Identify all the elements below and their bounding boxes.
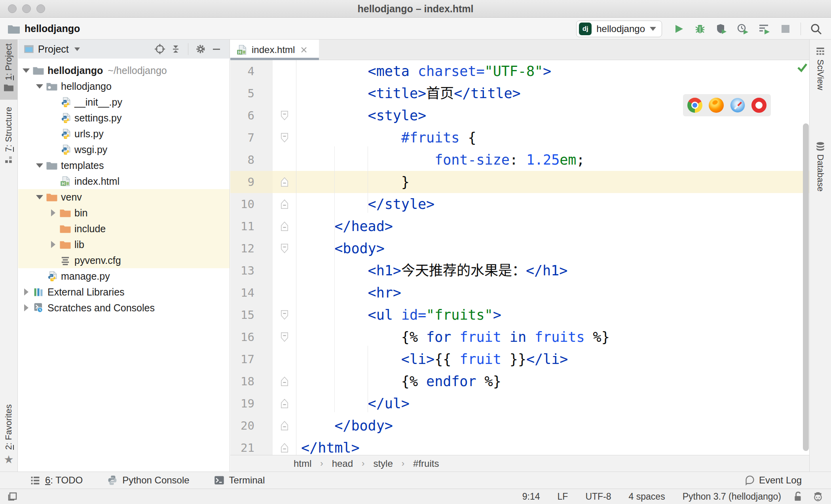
fold-end-icon[interactable]	[281, 221, 288, 231]
breadcrumb-item[interactable]: html	[294, 458, 311, 469]
tree-row[interactable]: pyvenv.cfg	[18, 252, 230, 268]
editor-scrollbar[interactable]	[803, 123, 809, 451]
profiler-button[interactable]	[736, 23, 749, 35]
python-console-tool-button[interactable]: Python Console	[107, 475, 189, 486]
firefox-icon[interactable]	[709, 98, 724, 113]
tree-row[interactable]: templates	[18, 157, 230, 173]
code-line[interactable]: 11 </head>	[230, 215, 809, 237]
sidebar-item-sciview[interactable]: SciView	[810, 43, 831, 114]
fold-end-icon[interactable]	[281, 199, 288, 209]
tree-row[interactable]: wsgi.py	[18, 142, 230, 157]
code-line[interactable]: 9 }	[230, 171, 809, 193]
line-ending[interactable]: LF	[558, 491, 568, 502]
chrome-icon[interactable]	[687, 98, 702, 113]
collapsed-arrow-icon[interactable]	[24, 304, 28, 311]
code-text: }	[296, 171, 410, 193]
run-button[interactable]	[672, 23, 685, 35]
safari-icon[interactable]	[730, 98, 745, 113]
terminal-tool-button[interactable]: Terminal	[214, 475, 265, 486]
project-tab-mnemonic: 1	[4, 76, 13, 80]
tab-index-html[interactable]: H index.html	[230, 40, 319, 60]
interpreter[interactable]: Python 3.7 (hellodjango)	[683, 491, 781, 502]
highlighting-level-icon[interactable]	[813, 491, 823, 502]
code-line[interactable]: 8 font-size: 1.25em;	[230, 149, 809, 171]
fold-start-icon[interactable]	[281, 310, 288, 320]
run-with-profiler-button[interactable]	[758, 23, 770, 35]
fold-start-icon[interactable]	[281, 110, 288, 121]
code-line[interactable]: 7 #fruits {	[230, 127, 809, 149]
expanded-arrow-icon[interactable]	[36, 195, 43, 199]
file-encoding[interactable]: UTF-8	[585, 491, 611, 502]
caret-position[interactable]: 9:14	[522, 491, 540, 502]
fold-end-icon[interactable]	[281, 421, 288, 431]
tree-row[interactable]: hellodjango	[18, 78, 230, 94]
fold-start-icon[interactable]	[281, 133, 288, 143]
debug-button[interactable]	[694, 23, 706, 35]
hide-panel-button[interactable]	[211, 43, 222, 55]
fold-end-icon[interactable]	[281, 443, 288, 453]
collapsed-arrow-icon[interactable]	[51, 241, 55, 248]
fold-end-icon[interactable]	[281, 376, 288, 387]
tree-row[interactable]: Hindex.html	[18, 173, 230, 189]
tree-row[interactable]: lib	[18, 237, 230, 252]
structure-tab-mnemonic: 7	[4, 147, 13, 152]
sidebar-item-structure[interactable]: 7: Structure	[0, 103, 17, 170]
code-line[interactable]: 13 <h1>今天推荐的水果是：</h1>	[230, 260, 809, 282]
tree-row[interactable]: settings.py	[18, 110, 230, 126]
breadcrumb-item[interactable]: style	[373, 458, 393, 469]
locate-button[interactable]	[154, 43, 166, 55]
expanded-arrow-icon[interactable]	[36, 84, 43, 89]
tree-row[interactable]: Scratches and Consoles	[18, 300, 230, 316]
collapse-all-button[interactable]	[170, 43, 182, 55]
tree-row[interactable]: urls.py	[18, 126, 230, 142]
fold-start-icon[interactable]	[281, 332, 288, 342]
breadcrumb-item[interactable]: head	[332, 458, 353, 469]
tool-window-switcher-button[interactable]	[7, 491, 18, 502]
settings-button[interactable]	[195, 43, 207, 55]
tree-row[interactable]: External Libraries	[18, 284, 230, 300]
expanded-arrow-icon[interactable]	[23, 68, 30, 73]
todo-tool-button[interactable]: 6: TODO	[30, 475, 83, 486]
code-line[interactable]: 4 <meta charset="UTF-8">	[230, 60, 809, 82]
expanded-arrow-icon[interactable]	[36, 163, 43, 168]
opera-icon[interactable]	[751, 98, 766, 113]
code-editor[interactable]: 4 <meta charset="UTF-8">5 <title>首页</tit…	[230, 60, 809, 458]
code-line[interactable]: 19 </ul>	[230, 392, 809, 415]
indent-setting[interactable]: 4 spaces	[629, 491, 665, 502]
code-line[interactable]: 17 <li>{{ fruit }}</li>	[230, 348, 809, 370]
code-line[interactable]: 14 <hr>	[230, 282, 809, 304]
tree-row[interactable]: manage.py	[18, 268, 230, 284]
stop-button[interactable]	[779, 23, 792, 35]
sidebar-item-database[interactable]: Database	[810, 138, 831, 221]
fold-start-icon[interactable]	[281, 243, 288, 254]
tree-row[interactable]: venv	[18, 189, 230, 205]
tree-row[interactable]: include	[18, 221, 230, 237]
fold-end-icon[interactable]	[281, 177, 288, 187]
tree-row[interactable]: bin	[18, 205, 230, 221]
code-line[interactable]: 15 <ul id="fruits">	[230, 304, 809, 326]
breadcrumb-item[interactable]: #fruits	[413, 458, 439, 469]
collapsed-arrow-icon[interactable]	[51, 209, 55, 216]
svg-text:H: H	[62, 181, 65, 186]
tree-row[interactable]: __init__.py	[18, 94, 230, 110]
code-line[interactable]: 12 <body>	[230, 237, 809, 260]
sidebar-item-favorites[interactable]: 2: Favorites ★	[0, 400, 17, 468]
sidebar-item-project[interactable]: 1: Project	[0, 40, 17, 100]
project-panel-title[interactable]: Project	[38, 44, 69, 55]
code-line[interactable]: 10 </style>	[230, 193, 809, 215]
project-breadcrumb[interactable]: hellodjango	[8, 23, 80, 34]
code-line[interactable]: 16 {% for fruit in fruits %}	[230, 326, 809, 348]
collapsed-arrow-icon[interactable]	[24, 288, 28, 296]
close-icon[interactable]	[300, 45, 308, 54]
event-log-button[interactable]: Event Log	[745, 475, 802, 486]
tree-row[interactable]: hellodjango~/hellodjango	[18, 63, 230, 78]
code-line[interactable]: 20 </body>	[230, 415, 809, 437]
run-configuration-selector[interactable]: dj hellodjango	[576, 21, 662, 37]
run-with-coverage-button[interactable]	[715, 23, 728, 35]
code-line[interactable]: 18 {% endfor %}	[230, 370, 809, 392]
chevron-down-icon[interactable]	[74, 47, 80, 51]
inspection-status-ok[interactable]	[796, 62, 808, 74]
fold-end-icon[interactable]	[281, 398, 288, 409]
search-everywhere-button[interactable]	[810, 23, 822, 35]
lock-open-icon[interactable]	[793, 491, 803, 502]
